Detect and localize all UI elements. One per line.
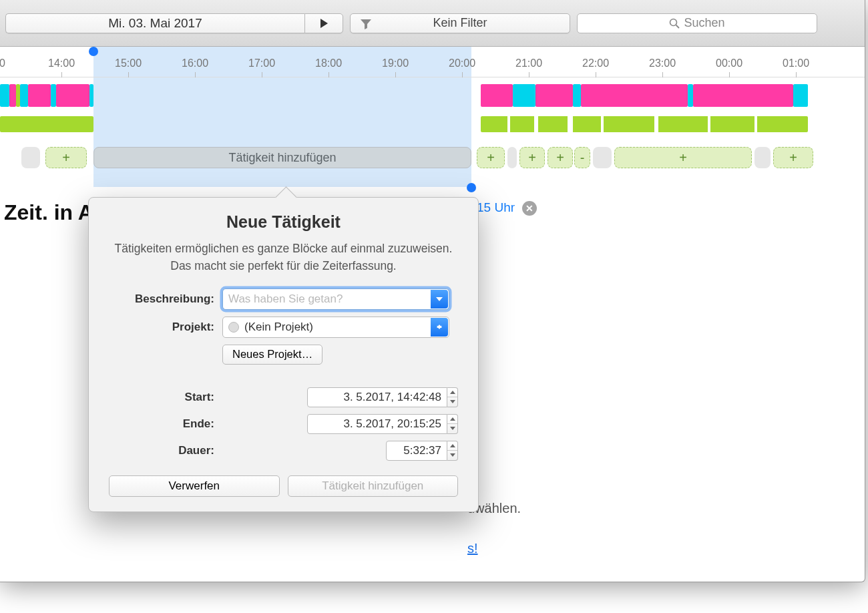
assign-slot[interactable]	[593, 147, 612, 168]
popover-desc-line: Tätigkeiten ermöglichen es ganze Blöcke …	[115, 242, 453, 255]
timeline-tick: 00:00	[716, 47, 742, 77]
timeline-tick: 14:00	[48, 47, 75, 77]
start-value: 3. 5.2017, 14:42:48	[343, 391, 441, 404]
svg-point-0	[670, 19, 677, 25]
popover-title: Neue Tätigkeit	[109, 212, 458, 232]
duration-value: 5:32:37	[403, 444, 441, 457]
form-row-end: Ende: 3. 5.2017, 20:15:25	[109, 414, 458, 434]
project-combo[interactable]: (Kein Projekt)	[222, 317, 449, 338]
activity-block[interactable]	[513, 84, 535, 107]
timeline-tick: 18:00	[315, 47, 342, 77]
activity-block[interactable]	[793, 84, 808, 107]
assign-slot[interactable]: +	[519, 147, 545, 168]
add-activity-submit-button[interactable]: Tätigkeit hinzufügen	[288, 475, 459, 497]
activity-block[interactable]	[20, 84, 28, 107]
end-field[interactable]: 3. 5.2017, 20:15:25	[307, 414, 447, 434]
assign-slot[interactable]	[754, 147, 771, 168]
stepper-down-icon[interactable]	[447, 424, 457, 433]
activity-block[interactable]	[693, 84, 793, 107]
gap	[708, 116, 710, 132]
stepper-down-icon[interactable]	[447, 451, 457, 460]
activity-block[interactable]	[0, 116, 93, 132]
timeline: 00 14:00 15:00 16:00 17:00 18:00 19:00 2…	[0, 47, 865, 187]
timeline-track-activity[interactable]	[0, 114, 865, 135]
start-field[interactable]: 3. 5.2017, 14:42:48	[307, 387, 447, 407]
time-chip-label: 15 Uhr	[477, 200, 515, 214]
timeline-tick: 22:00	[582, 47, 609, 77]
start-stepper[interactable]	[447, 387, 458, 407]
toolbar: Mi. 03. Mai 2017 Kein Filter Suchen	[0, 0, 865, 47]
filter-icon	[360, 18, 372, 33]
timeline-track-assign[interactable]: + Tätigkeit hinzufügen + + + - + +	[0, 144, 865, 172]
assign-slot[interactable]: +	[45, 147, 87, 168]
activity-block[interactable]	[481, 84, 513, 107]
stepper-down-icon[interactable]	[447, 397, 457, 407]
popover-desc-line: Das macht sie perfekt für die Zeiterfass…	[170, 259, 396, 272]
assign-slot[interactable]	[21, 147, 40, 168]
search-field[interactable]: Suchen	[577, 13, 817, 33]
form-row-description: Beschreibung: Was haben Sie getan?	[109, 288, 458, 310]
new-project-button[interactable]: Neues Projekt…	[222, 345, 322, 365]
activity-block[interactable]	[481, 116, 808, 132]
timeline-tick: 23:00	[649, 47, 676, 77]
assign-slot[interactable]: +	[477, 147, 505, 168]
activity-block[interactable]	[28, 84, 51, 107]
form-row-new-project: Neues Projekt…	[109, 345, 458, 365]
add-activity-label: Tätigkeit hinzufügen	[228, 151, 336, 165]
activity-block[interactable]	[573, 84, 581, 107]
description-placeholder: Was haben Sie getan?	[228, 292, 343, 306]
label-start: Start:	[109, 391, 222, 404]
activity-block[interactable]	[0, 84, 9, 107]
description-combo[interactable]: Was haben Sie getan?	[222, 288, 449, 310]
assign-slot[interactable]: +	[548, 147, 573, 168]
discard-label: Verwerfen	[168, 479, 220, 493]
svg-line-1	[676, 25, 680, 28]
add-activity-submit-label: Tätigkeit hinzufügen	[322, 479, 423, 493]
timeline-tick: 20:00	[449, 47, 475, 77]
popover-description: Tätigkeiten ermöglichen es ganze Blöcke …	[109, 240, 458, 275]
date-nav-group: Mi. 03. Mai 2017	[5, 13, 343, 33]
activity-block[interactable]	[51, 84, 56, 107]
assign-slot[interactable]: -	[574, 147, 590, 168]
assign-slot[interactable]	[507, 147, 517, 168]
search-icon	[669, 18, 680, 29]
add-activity-button[interactable]: Tätigkeit hinzufügen	[93, 147, 471, 168]
gap	[568, 116, 573, 132]
activity-block[interactable]	[688, 84, 693, 107]
new-activity-popover: Neue Tätigkeit Tätigkeiten ermöglichen e…	[88, 197, 479, 512]
form-row-project: Projekt: (Kein Projekt)	[109, 317, 458, 338]
discard-button[interactable]: Verwerfen	[109, 475, 280, 497]
activity-block[interactable]	[56, 84, 89, 107]
assign-slot[interactable]: +	[773, 147, 813, 168]
timeline-tick: 15:00	[115, 47, 142, 77]
link-tail[interactable]: s!	[467, 541, 478, 556]
timeline-track-apps[interactable]	[0, 81, 865, 110]
timeline-ruler: 00 14:00 15:00 16:00 17:00 18:00 19:00 2…	[0, 47, 865, 77]
stepper-up-icon[interactable]	[447, 415, 457, 425]
form-row-start: Start: 3. 5.2017, 14:42:48	[109, 387, 458, 407]
updown-arrow-icon[interactable]	[431, 318, 448, 337]
close-icon[interactable]: ✕	[522, 201, 537, 216]
date-field[interactable]: Mi. 03. Mai 2017	[5, 13, 304, 33]
activity-block[interactable]	[9, 84, 16, 107]
gap	[654, 116, 658, 132]
dropdown-arrow-icon[interactable]	[431, 290, 448, 309]
timeline-tick: 21:00	[515, 47, 542, 77]
filter-button[interactable]: Kein Filter	[350, 13, 570, 33]
activity-block[interactable]	[535, 84, 573, 107]
activity-block[interactable]	[581, 84, 688, 107]
activity-block[interactable]	[89, 84, 93, 107]
assign-slot[interactable]: +	[614, 147, 752, 168]
gap	[754, 116, 757, 132]
timeline-tick: 19:00	[382, 47, 409, 77]
duration-field[interactable]: 5:32:37	[386, 441, 447, 461]
stepper-up-icon[interactable]	[447, 441, 457, 451]
label-description: Beschreibung:	[109, 292, 222, 306]
filter-label: Kein Filter	[433, 16, 487, 30]
duration-stepper[interactable]	[447, 441, 458, 461]
stepper-up-icon[interactable]	[447, 388, 457, 398]
play-button[interactable]	[304, 13, 343, 33]
end-stepper[interactable]	[447, 414, 458, 434]
timeline-tick: 17:00	[248, 47, 275, 77]
time-chip[interactable]: 15 Uhr ✕	[477, 200, 537, 216]
